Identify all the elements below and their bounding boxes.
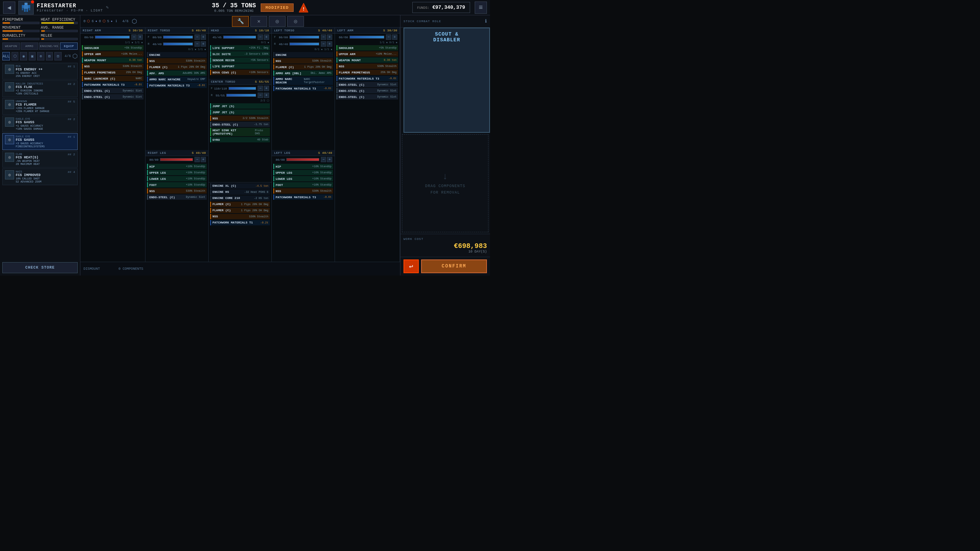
menu-button[interactable]: ≡ (475, 2, 487, 14)
slot-nss-lt[interactable]: NSS S30% Stealth (273, 58, 333, 64)
equip-item-fcs-improved[interactable]: ◎ NAIS FCS IMPROVED 10% CALLED SHOT S2 A… (2, 168, 78, 185)
slot-upper-leg-r[interactable]: UPPER LEG +10% StandUp (147, 170, 207, 175)
equip-item-fcs-energy[interactable]: ◎ RCA FCS ENERGY ++ +1 ENERGY ACC 25% EN… (2, 63, 78, 80)
rt-minus-f[interactable]: − (194, 34, 200, 40)
slot-endo-la1[interactable]: ENDO-STEEL (C) Dynamic Slot (336, 82, 398, 87)
filter-energy[interactable]: ⬡ (11, 52, 18, 60)
filter-missile[interactable]: ▣ (29, 52, 36, 60)
slot-jump-jet1[interactable]: JUMP JET (S) (210, 103, 270, 109)
slot-endo-la3[interactable]: ENDO-STEEL (C) Dynamic Slot (336, 94, 398, 99)
slot-lower-leg-l[interactable]: LOWER LEG +10% StandUp (273, 176, 333, 181)
slot-patchwork-ra[interactable]: PATCHWORK MATERIALS T3 -0.6t (82, 82, 144, 87)
ct-plus-r[interactable]: + (264, 93, 269, 98)
slot-engine-hs[interactable]: ENGINE HS -32 Heat POHS 8 (210, 189, 270, 195)
slot-engine-rt[interactable]: ENGINE (147, 52, 207, 57)
slot-engine-lt[interactable]: ENGINE (273, 52, 333, 57)
slot-ammo-narc-rt[interactable]: AMMO NARC HAYWIRE Haywire EMP (147, 77, 207, 82)
slot-patchwork-t1[interactable]: PATCHWORK MATERIALS T1 -0.2t (210, 220, 270, 225)
slot-engine-core[interactable]: ENGINE CORE 210 -2 HS ton (210, 196, 270, 201)
slot-flamer-prometheus-l[interactable]: FLAMER PROMETHEUS 25% OH Dmg (336, 70, 398, 75)
slot-flamer-prometheus-r[interactable]: FLAMER PROMETHEUS 25% OH Dmg (82, 70, 144, 75)
la-minus[interactable]: − (386, 34, 391, 40)
info-icon[interactable]: ℹ (485, 18, 487, 24)
slot-foot-r[interactable]: FOOT +10% StandUp (147, 182, 207, 187)
ct-minus-r[interactable]: − (258, 93, 263, 98)
slot-hip-r[interactable]: HIP +10% StandUp (147, 164, 207, 169)
la-plus[interactable]: + (392, 34, 397, 40)
slot-upper-arm-l[interactable]: UPPER ARM +10% Melee... (336, 51, 398, 57)
rt-plus-r[interactable]: + (201, 41, 206, 47)
head-plus[interactable]: + (264, 34, 269, 40)
slot-foot-l[interactable]: FOOT +10% StandUp (273, 182, 333, 187)
wrench-button[interactable]: 🔧 (232, 16, 249, 27)
check-store-button[interactable]: CHECK STORE (2, 262, 78, 273)
lt-plus-r[interactable]: + (327, 41, 332, 47)
slot-endo-ra2[interactable]: ENDO-STEEL (C) Dynamic Slot (82, 94, 144, 99)
slot-flamer-cb1[interactable]: FLAMER (C) 1 Pips 20% OH Dmg (210, 202, 270, 207)
slot-endo-rl[interactable]: ENDO-STEEL (C) Dynamic Slot (147, 194, 207, 200)
filter-all[interactable]: ALL (2, 52, 10, 60)
slot-shoulder-r[interactable]: SHOULDER +5% StandUp (82, 45, 144, 51)
slot-flamer-rt[interactable]: FLAMER (C) 1 Pips 20% OH Dmg (147, 64, 207, 70)
slot-patchwork-la[interactable]: PATCHWORK MATERIALS T3 -0.6t (336, 76, 398, 81)
ct-minus-f[interactable]: − (258, 86, 263, 91)
slot-endo-ct[interactable]: ENDO-STEEL (C) -1.75 ton (210, 122, 270, 127)
undo-button[interactable]: ↩ (403, 259, 419, 273)
slot-endo-ra1[interactable]: ENDO-STEEL (C) Dynamic Slot (82, 88, 144, 93)
lt-minus-f[interactable]: − (321, 34, 326, 40)
slot-heat-sink-kit[interactable]: HEAT SINK KIT (PROTOTYPE) Proto DHS (210, 128, 270, 136)
rl-plus[interactable]: + (201, 157, 206, 162)
slot-nova-cews[interactable]: NOVA CEWS (C) +10% Sensors (210, 70, 270, 75)
shield1-button[interactable]: ◎ (269, 16, 286, 27)
slot-endo-la2[interactable]: ENDO-STEEL (C) Dynamic Slot (336, 88, 398, 93)
slot-nss-cb[interactable]: NSS S30% Stealth (210, 214, 270, 219)
slot-patchwork-lt[interactable]: PATCHWORK MATERIALS T3 -0.6t (273, 86, 333, 91)
tab-ammo[interactable]: AMMO (21, 42, 38, 50)
rt-plus-f[interactable]: + (201, 34, 206, 40)
slot-nss-ra[interactable]: NSS S30% Stealth (82, 64, 144, 69)
right-arm-plus[interactable]: + (137, 34, 143, 40)
equip-item-fcs-gauss1[interactable]: ◎ EAGLE-EYE FCS GAUSS +1 GAUSS ACCURACY … (2, 116, 78, 132)
slot-life-support1[interactable]: LIFE SUPPORT +25% Fl. Dmg (210, 45, 270, 51)
filter-support[interactable]: ⊕ (37, 52, 44, 60)
right-arm-minus[interactable]: − (131, 34, 137, 40)
edit-icon[interactable]: ✎ (106, 5, 109, 10)
slot-nss-rt[interactable]: NSS S30% Stealth (147, 58, 207, 64)
slot-nss-la[interactable]: NSS S30% Stealth (336, 64, 398, 69)
slot-sensor-recon[interactable]: SENSOR RECON +5% Sensors (210, 57, 270, 63)
tab-equip[interactable]: EQUIP (60, 42, 78, 50)
back-button[interactable]: ◀ (3, 2, 15, 14)
shield2-button[interactable]: ◎ (287, 16, 304, 27)
ct-plus-f[interactable]: + (264, 86, 269, 91)
slot-lower-leg-r[interactable]: LOWER LEG +10% StandUp (147, 176, 207, 181)
filter-ballistic[interactable]: ◉ (20, 52, 27, 60)
slot-nss-ll[interactable]: NSS S30% Stealth (273, 188, 333, 194)
slot-upper-leg-l[interactable]: UPPER LEG +10% StandUp (273, 170, 333, 175)
equip-item-fcs-flak[interactable]: ◎ KALLON INDUSTRIES FCS FLAK +2 EVASION … (2, 80, 78, 97)
slot-weapon-mount-l[interactable]: WEAPON MOUNT 0.36 ton (336, 57, 398, 63)
slot-shoulder-l[interactable]: SHOULDER +5% StandUp (336, 45, 398, 51)
slot-upper-arm-r[interactable]: UPPER ARM +10% Melee... (82, 51, 144, 57)
equip-item-fcs-gauss2[interactable]: ◎ EAGLE EYE FCS GAUSS +3 GAUSS ACCURACY … (2, 133, 78, 150)
slot-engine-xl[interactable]: ENGINE XL (C) -4.5 ton (210, 183, 270, 189)
close-button[interactable]: ✕ (250, 16, 267, 27)
slot-slic-suite[interactable]: SLIC SUITE -3 Sensors S30% (210, 51, 270, 57)
lt-minus-r[interactable]: − (321, 41, 326, 47)
slot-adv-ams-rt[interactable]: ADV. AMS AdvAMS 30% AMS (147, 70, 207, 76)
rt-minus-r[interactable]: − (194, 41, 200, 47)
filter-equipment[interactable]: ⊞ (46, 52, 53, 60)
slot-hip-l[interactable]: HIP +10% StandUp (273, 164, 333, 169)
confirm-button[interactable]: CONFIRM (421, 259, 487, 273)
equip-item-fcs-flamer[interactable]: ◎ UNKNOWN FCS FLAMER +25% FLAMER DAMAGE … (2, 98, 78, 115)
slot-life-support2[interactable]: LIFE SUPPORT (210, 64, 270, 69)
slot-weapon-mount-r[interactable]: WEAPON MOUNT 0.36 ton (82, 57, 144, 63)
ll-minus[interactable]: − (321, 157, 326, 162)
slot-nss-ct[interactable]: NSS 2/2 S30% Stealth (210, 116, 270, 121)
slot-jump-jet2[interactable]: JUMP JET (S) (210, 109, 270, 115)
tab-weapon[interactable]: WEAPON (2, 42, 20, 50)
slot-flamer-cb2[interactable]: FLAMER (C) 1 Pips 20% OH Dmg (210, 208, 270, 213)
slot-nss-rl[interactable]: NSS S30% Stealth (147, 188, 207, 194)
slot-flamer-lt[interactable]: FLAMER (C) 1 Pips 20% OH Dmg (273, 64, 333, 70)
slot-ammo-narc-lt[interactable]: AMMO NARC BEACON NARC TargetPainter (273, 77, 333, 85)
head-minus[interactable]: − (258, 34, 263, 40)
